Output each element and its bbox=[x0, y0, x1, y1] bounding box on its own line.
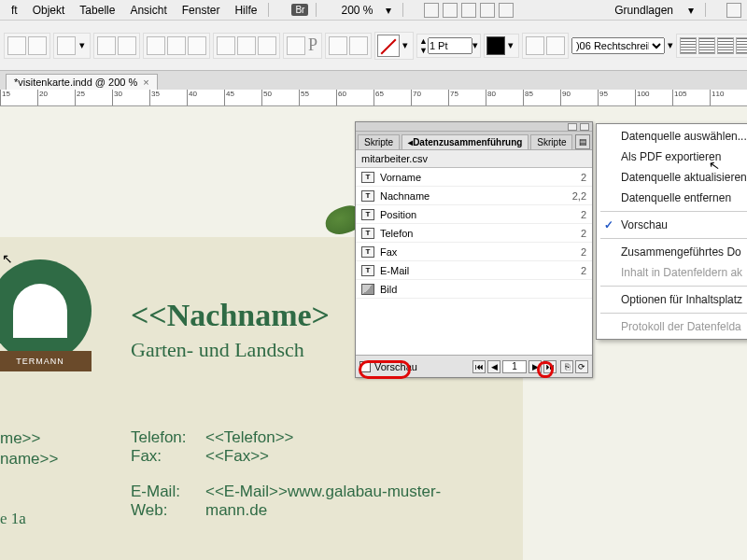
field-row[interactable]: TPosition2 bbox=[356, 205, 592, 224]
tool-icon[interactable] bbox=[188, 36, 206, 55]
language-select[interactable]: )06 Rechtschreib bbox=[571, 37, 665, 54]
stroke-weight-input[interactable] bbox=[428, 37, 472, 54]
panel-titlebar[interactable] bbox=[356, 122, 592, 132]
tool-icon[interactable] bbox=[57, 36, 76, 55]
field-count: 2 bbox=[558, 228, 586, 239]
text-field-icon: T bbox=[361, 246, 374, 258]
merge-field-nachname: <<Nachname> bbox=[131, 298, 330, 333]
zoom-level[interactable]: 200 % bbox=[335, 4, 378, 17]
logo-banner: TERMANN bbox=[0, 351, 92, 371]
tool-icon[interactable] bbox=[546, 36, 565, 55]
workspace-dropdown[interactable]: Grundlagen bbox=[607, 4, 681, 17]
menu-item[interactable]: Datenquelle aktualisieren bbox=[597, 167, 747, 188]
menu-item[interactable]: Zusammengeführtes Do bbox=[597, 242, 747, 262]
chevron-down-icon[interactable]: ▾ bbox=[681, 4, 701, 17]
field-row[interactable]: TFax2 bbox=[356, 243, 592, 261]
view-mode-icon[interactable] bbox=[443, 3, 458, 18]
menu-item[interactable]: Optionen für Inhaltsplatz bbox=[597, 289, 747, 310]
panel-flyout-menu: Datenquelle auswählen...Als PDF exportie… bbox=[596, 123, 747, 340]
chevron-down-icon[interactable]: ▾ bbox=[668, 39, 673, 51]
paragraph-style-icon[interactable]: P bbox=[306, 35, 319, 55]
tool-icon[interactable] bbox=[7, 36, 26, 55]
left-merge-fields: me>> name>> bbox=[0, 428, 58, 469]
tab-skripte[interactable]: Skripte bbox=[358, 134, 400, 149]
view-mode-icon[interactable] bbox=[499, 3, 514, 18]
align-justify-icon[interactable] bbox=[736, 37, 747, 54]
field-count: 2,2 bbox=[558, 190, 586, 202]
address-fragment: e 1a bbox=[0, 510, 26, 528]
subtitle-text: Garten- und Landsch bbox=[131, 338, 304, 362]
field-row[interactable]: TE-Mail2 bbox=[356, 261, 592, 280]
tool-icon[interactable] bbox=[118, 36, 136, 55]
text-field-icon: T bbox=[361, 228, 374, 239]
field-name: Telefon bbox=[380, 228, 558, 239]
tool-icon[interactable] bbox=[217, 36, 235, 55]
chevron-down-icon[interactable]: ▾ bbox=[472, 39, 478, 51]
field-name: Nachname bbox=[380, 190, 558, 202]
nav-last-icon[interactable]: ⏭ bbox=[543, 360, 557, 373]
field-name: E-Mail bbox=[380, 265, 558, 276]
text-field-icon: T bbox=[361, 172, 374, 183]
menu-item[interactable]: Fenster bbox=[175, 4, 228, 17]
menu-item[interactable]: ✓Vorschau bbox=[597, 215, 747, 235]
chevron-down-icon[interactable]: ▾ bbox=[400, 39, 411, 51]
nav-next-icon[interactable]: ▶ bbox=[529, 360, 542, 373]
tool-icon[interactable] bbox=[526, 36, 544, 55]
field-name: Fax bbox=[380, 246, 558, 258]
menu-item[interactable]: Ansicht bbox=[122, 4, 174, 17]
chevron-down-icon[interactable]: ▾ bbox=[77, 39, 88, 51]
tab-datenzusammenfuehrung[interactable]: ◂Datenzusammenführung bbox=[402, 134, 529, 149]
create-merged-icon[interactable]: ⎘ bbox=[560, 360, 573, 373]
nav-first-icon[interactable]: ⏮ bbox=[472, 360, 486, 373]
tool-icon[interactable] bbox=[97, 36, 116, 55]
tool-icon[interactable] bbox=[147, 36, 165, 55]
text-field-icon: T bbox=[361, 265, 374, 276]
panel-flyout-menu-icon[interactable]: ▤ bbox=[575, 134, 590, 149]
field-name: Vorname bbox=[380, 172, 558, 183]
update-icon[interactable]: ⟳ bbox=[575, 360, 588, 373]
tool-icon[interactable] bbox=[349, 36, 368, 55]
panel-collapse-icon[interactable] bbox=[568, 123, 577, 131]
chevron-down-icon[interactable]: ▾ bbox=[378, 4, 399, 17]
menu-item[interactable]: Tabelle bbox=[72, 4, 122, 17]
menu-item[interactable]: Datenquelle auswählen... bbox=[597, 126, 747, 147]
panel-close-icon[interactable] bbox=[580, 123, 589, 131]
tool-icon[interactable] bbox=[237, 36, 256, 55]
chevron-down-icon[interactable]: ▾ bbox=[505, 39, 516, 51]
align-center-icon[interactable] bbox=[698, 37, 715, 54]
image-field-icon bbox=[361, 284, 374, 295]
view-mode-icon[interactable] bbox=[461, 3, 476, 18]
horizontal-ruler: 1520253035404550556065707580859095100105… bbox=[0, 90, 747, 106]
tool-icon[interactable] bbox=[28, 36, 47, 55]
control-toolbar: ▾ P ▾ ▲ ▼ ▾ ▾ )06 Rechtschreib ▾ bbox=[0, 21, 747, 71]
menu-item[interactable]: Als PDF exportieren bbox=[597, 147, 747, 167]
tool-icon[interactable] bbox=[167, 36, 186, 55]
eyedropper-icon[interactable] bbox=[329, 36, 347, 55]
nav-prev-icon[interactable]: ◀ bbox=[487, 360, 500, 373]
tool-icon[interactable] bbox=[258, 36, 276, 55]
stroke-swatch[interactable] bbox=[486, 36, 505, 55]
document-tab[interactable]: *visitenkarte.indd @ 200 % × bbox=[6, 74, 158, 90]
bridge-icon[interactable]: Br bbox=[291, 4, 308, 16]
menu-item[interactable]: Datenquelle entfernen bbox=[597, 188, 747, 208]
preview-checkbox[interactable] bbox=[359, 361, 371, 372]
view-mode-icon[interactable] bbox=[424, 3, 439, 18]
menu-item[interactable]: Hilfe bbox=[227, 4, 264, 17]
field-row[interactable]: TNachname2,2 bbox=[356, 187, 592, 205]
menu-item[interactable]: ft bbox=[4, 4, 25, 17]
field-row[interactable]: TVorname2 bbox=[356, 168, 592, 187]
tab-skripte-2[interactable]: Skripte bbox=[530, 134, 572, 149]
menu-item[interactable]: Objekt bbox=[25, 4, 73, 17]
preview-label[interactable]: Vorschau bbox=[374, 361, 417, 372]
close-icon[interactable]: × bbox=[143, 77, 148, 88]
align-left-icon[interactable] bbox=[680, 37, 697, 54]
record-number-input[interactable]: 1 bbox=[502, 360, 527, 373]
fill-swatch[interactable] bbox=[377, 35, 400, 57]
field-row[interactable]: Bild bbox=[356, 280, 592, 299]
text-field-icon: T bbox=[361, 190, 374, 202]
search-icon[interactable] bbox=[726, 3, 741, 18]
field-row[interactable]: TTelefon2 bbox=[356, 224, 592, 243]
tool-icon[interactable] bbox=[287, 36, 305, 55]
align-right-icon[interactable] bbox=[717, 37, 734, 54]
view-mode-icon[interactable] bbox=[480, 3, 495, 18]
